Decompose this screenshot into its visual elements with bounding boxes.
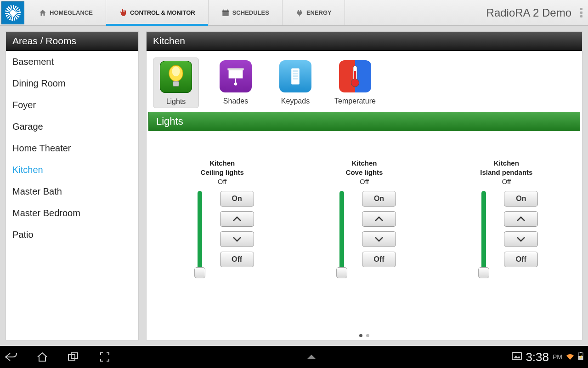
nav-expand[interactable]	[111, 355, 512, 359]
room-foyer[interactable]: Foyer	[6, 94, 138, 116]
svg-rect-24	[580, 352, 582, 353]
light-controls: KitchenCeiling lights Off On Off	[147, 131, 582, 331]
shades-icon	[220, 60, 252, 92]
chevron-down-icon	[232, 236, 242, 242]
control-title: KitchenCeiling lights	[201, 159, 244, 177]
svg-rect-12	[293, 70, 298, 72]
app-logo[interactable]	[1, 1, 24, 24]
main-panel: Kitchen Lights Shades	[146, 31, 582, 340]
svg-rect-21	[512, 352, 521, 360]
lower-button[interactable]	[220, 231, 254, 247]
tab-label: SCHEDULES	[232, 9, 269, 16]
category-label: Keypads	[281, 97, 310, 105]
battery-icon: ⚡	[578, 351, 583, 363]
svg-rect-14	[293, 75, 298, 77]
page-dot	[366, 334, 369, 337]
category-temperature[interactable]: Temperature	[332, 58, 378, 108]
svg-rect-8	[227, 68, 243, 70]
raise-button[interactable]	[362, 211, 396, 227]
recent-apps-button[interactable]	[67, 351, 80, 363]
room-garage[interactable]: Garage	[6, 116, 138, 138]
svg-rect-18	[354, 71, 356, 83]
room-home-theater[interactable]: Home Theater	[6, 138, 138, 159]
svg-text:⚡: ⚡	[578, 355, 583, 359]
svg-marker-22	[514, 356, 520, 358]
on-button[interactable]: On	[362, 191, 396, 207]
sidebar-title: Areas / Rooms	[6, 32, 138, 51]
svg-rect-7	[229, 69, 243, 79]
svg-rect-1	[222, 10, 229, 12]
svg-rect-3	[227, 9, 228, 11]
main-tabs: HOMEGLANCE CONTROL & MONITOR SCHEDULES E…	[26, 0, 345, 25]
lower-button[interactable]	[362, 231, 396, 247]
chevron-up-icon	[232, 216, 242, 222]
category-label: Temperature	[334, 97, 376, 105]
page-indicator[interactable]	[147, 331, 582, 340]
category-lights[interactable]: Lights	[153, 58, 199, 108]
gallery-icon[interactable]	[512, 351, 522, 363]
room-master-bath[interactable]: Master Bath	[6, 181, 138, 202]
room-title: Kitchen	[147, 32, 582, 51]
chevron-up-icon	[307, 355, 316, 359]
control-state: Off	[218, 178, 227, 185]
lower-button[interactable]	[504, 231, 538, 247]
home-button[interactable]	[36, 351, 49, 363]
category-label: Lights	[166, 98, 186, 106]
raise-button[interactable]	[504, 211, 538, 227]
back-button[interactable]	[5, 351, 17, 363]
category-row: Lights Shades Keypads	[147, 51, 582, 112]
light-control: KitchenCeiling lights Off On Off	[158, 159, 287, 322]
lightbulb-icon	[160, 61, 192, 93]
category-keypads[interactable]: Keypads	[272, 58, 318, 108]
off-button[interactable]: Off	[362, 252, 396, 267]
tab-label: ENERGY	[306, 9, 332, 16]
tab-homeglance[interactable]: HOMEGLANCE	[26, 0, 106, 25]
app-title: RadioRA 2 Demo	[486, 0, 574, 25]
page-dot-active	[359, 334, 362, 337]
light-control: KitchenIsland pendants Off On Off	[442, 159, 571, 322]
overflow-menu[interactable]	[574, 0, 588, 25]
screenshot-button[interactable]	[98, 351, 111, 363]
on-button[interactable]: On	[220, 191, 254, 207]
room-patio[interactable]: Patio	[6, 224, 138, 246]
on-button[interactable]: On	[504, 191, 538, 207]
tab-label: CONTROL & MONITOR	[130, 9, 195, 16]
svg-rect-2	[223, 9, 224, 11]
hand-icon	[119, 9, 127, 17]
svg-rect-13	[293, 73, 298, 74]
off-button[interactable]: Off	[220, 252, 254, 267]
thermometer-icon	[339, 60, 371, 92]
room-master-bedroom[interactable]: Master Bedroom	[6, 202, 138, 224]
tab-schedules[interactable]: SCHEDULES	[209, 0, 283, 25]
plug-icon	[295, 9, 304, 17]
dimmer-slider[interactable]	[475, 191, 493, 278]
tab-energy[interactable]: ENERGY	[283, 0, 345, 25]
keypad-icon	[279, 60, 311, 92]
category-label: Shades	[223, 97, 248, 105]
chevron-up-icon	[516, 216, 526, 222]
control-state: Off	[360, 178, 369, 185]
svg-rect-5	[173, 81, 179, 86]
control-title: KitchenIsland pendants	[480, 159, 532, 177]
room-basement[interactable]: Basement	[6, 51, 138, 73]
room-kitchen[interactable]: Kitchen	[6, 159, 138, 181]
tab-control-monitor[interactable]: CONTROL & MONITOR	[106, 0, 209, 25]
dimmer-slider[interactable]	[333, 191, 351, 278]
clock-ampm: PM	[553, 353, 562, 361]
chevron-down-icon	[516, 236, 526, 242]
svg-point-6	[172, 66, 180, 76]
category-shades[interactable]: Shades	[213, 58, 259, 108]
room-dining-room[interactable]: Dining Room	[6, 73, 138, 94]
wifi-icon	[566, 351, 574, 363]
chevron-up-icon	[374, 216, 384, 222]
dimmer-slider[interactable]	[191, 191, 209, 278]
android-navbar: 3:38 PM ⚡	[0, 346, 588, 368]
raise-button[interactable]	[220, 211, 254, 227]
section-title: Lights	[148, 112, 580, 131]
svg-point-10	[234, 82, 237, 86]
home-icon	[39, 9, 47, 17]
clock-time: 3:38	[526, 350, 549, 364]
light-control: KitchenCove lights Off On Off	[300, 159, 429, 322]
off-button[interactable]: Off	[504, 252, 538, 267]
top-bar: HOMEGLANCE CONTROL & MONITOR SCHEDULES E…	[0, 0, 588, 26]
